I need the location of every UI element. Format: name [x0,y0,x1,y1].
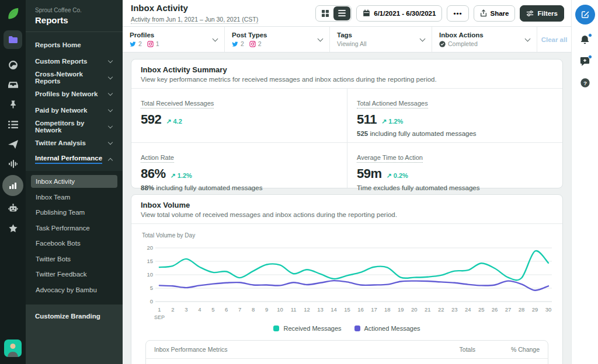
sliders-icon [526,10,534,17]
submenu-item-task-performance[interactable]: Task Performance [31,222,117,235]
metric-label[interactable]: Total Actioned Messages [357,100,428,108]
clear-all-link[interactable]: Clear all [537,27,571,52]
sidebar-item-profiles-by-network[interactable]: Profiles by Network [35,86,113,102]
metric-label[interactable]: Average Time to Action [357,154,423,163]
feedback-button[interactable] [579,56,590,68]
volume-title: Inbox Volume [141,201,553,209]
submenu-item-advocacy-by-bambu[interactable]: Advocacy by Bambu [31,284,117,296]
legend-swatch-actioned [354,326,360,331]
chevron-down-icon [108,74,113,79]
help-button[interactable]: ? [580,78,590,89]
legend-label: Received Messages [283,325,341,332]
sidebar-item-reports-home[interactable]: Reports Home [35,37,113,53]
nav-queue-icon[interactable] [0,114,26,134]
sidebar-item-competitors-by-network[interactable]: Competitors by Network [35,118,113,135]
company-name: Sprout Coffee Co. [35,7,113,13]
table-header-change: % Change [475,346,540,353]
chevron-down-icon [108,139,113,144]
summary-title: Inbox Activity Summary [141,65,553,74]
sidebar-item-twitter-analysis[interactable]: Twitter Analysis [35,135,113,151]
legend-item-actioned[interactable]: Actioned Messages [354,325,420,332]
nav-folder-icon[interactable] [4,30,22,49]
user-avatar[interactable] [4,340,22,357]
legend-item-received[interactable]: Received Messages [273,325,341,332]
page-title: Inbox Activity [131,3,258,13]
sidebar-item-cross-network-reports[interactable]: Cross-Network Reports [35,69,113,86]
share-button[interactable]: Share [474,5,516,22]
sidebar-item-custom-reports[interactable]: Custom Reports [35,53,113,69]
metric-note: 525 including fully automated messages [357,130,553,137]
metric-label[interactable]: Action Rate [141,154,174,163]
svg-text:SEP: SEP [154,314,165,320]
svg-text:18: 18 [384,306,391,313]
nav-gauge-icon[interactable] [0,55,26,75]
metric-total-actioned-messages: Total Actioned Messages 511↗ 1.2% 525 in… [347,89,562,142]
filters-button[interactable]: Filters [520,5,564,22]
chevron-down-icon [108,107,113,111]
calendar-icon [363,9,370,17]
date-range-button[interactable]: 6/1/2021 - 6/30/2021 [356,5,442,22]
report-content: Inbox Activity Summary View key performa… [123,52,571,364]
list-view-button[interactable] [333,6,350,20]
nav-bot-icon[interactable] [0,198,26,218]
filters-label: Filters [537,10,558,17]
svg-text:28: 28 [519,306,525,313]
check-circle-icon [439,41,446,47]
more-options-button[interactable]: ••• [447,5,468,22]
metric-total-received-messages: Total Received Messages 592↗ 4.2 [131,89,347,142]
notifications-button[interactable] [579,34,590,46]
submenu-item-facebook-bots[interactable]: Facebook Bots [31,237,117,250]
svg-text:27: 27 [505,306,512,313]
sidebar-item-label: Twitter Analysis [35,139,86,146]
svg-text:1: 1 [158,306,161,313]
nav-advocacy-icon[interactable] [0,218,26,238]
list-icon [338,10,346,16]
svg-text:15: 15 [147,258,153,264]
date-range-label: 6/1/2021 - 6/30/2021 [374,10,436,17]
nav-listening-icon[interactable] [0,154,26,174]
svg-text:0: 0 [150,298,153,304]
metric-action-rate: Action Rate 86%↗ 1.2% 88% including full… [131,142,347,188]
report-date-subtitle[interactable]: Activity from Jun 1, 2021 – Jun 30, 2021… [131,16,258,24]
submenu-item-twitter-bots[interactable]: Twitter Bots [31,253,117,265]
nav-pin-icon[interactable] [0,94,26,114]
post-types-filter[interactable]: Post Types 2 2 [225,27,330,52]
view-toggle [315,5,352,22]
profiles-filter[interactable]: Profiles 2 1 [123,27,225,52]
sidebar-item-paid-by-network[interactable]: Paid by Network [35,102,113,118]
submenu-item-publishing-team[interactable]: Publishing Team [31,206,117,219]
sidebar-item-label: Profiles by Network [35,90,98,97]
compose-button[interactable] [575,5,595,24]
chevron-down-icon [108,58,113,62]
sidebar-footer: Customize Branding [26,304,123,364]
nav-reports-icon[interactable] [2,175,23,196]
help-icon: ? [580,78,590,88]
inbox-actions-filter[interactable]: Inbox Actions Completed [432,27,537,52]
summary-subtitle: View key performance metrics for receive… [141,76,553,83]
sprout-logo[interactable] [5,6,20,21]
submenu-item-inbox-activity[interactable]: Inbox Activity [31,175,117,188]
inbox-actions-filter-label: Inbox Actions [439,32,484,38]
metric-label[interactable]: Total Received Messages [141,100,214,108]
metric-delta: ↗ 0.2% [387,172,408,180]
sidebar-item-internal-performance[interactable]: Internal Performance [35,151,113,167]
nav-publishing-icon[interactable] [0,134,26,154]
instagram-icon [147,41,154,47]
ellipsis-icon: ••• [453,10,462,17]
svg-text:14: 14 [331,306,337,313]
tags-filter[interactable]: Tags Viewing All [330,27,432,52]
sidebar-header: Sprout Coffee Co. Reports [26,0,123,32]
sidebar-item-label: Custom Reports [35,58,87,65]
inbox-activity-summary-card: Inbox Activity Summary View key performa… [131,59,563,188]
chart-title: Total Volume by Day [142,232,552,239]
nav-inbox-icon[interactable] [0,75,26,94]
customize-branding-link[interactable]: Customize Branding [35,313,113,320]
instagram-icon [249,41,256,47]
submenu-item-inbox-team[interactable]: Inbox Team [31,191,117,204]
svg-text:10: 10 [147,271,153,278]
svg-text:29: 29 [532,306,538,313]
submenu-item-twitter-feedback[interactable]: Twitter Feedback [31,268,117,281]
grid-icon [322,10,329,17]
grid-view-button[interactable] [317,6,333,20]
sidebar-item-label: Paid by Network [35,107,87,114]
